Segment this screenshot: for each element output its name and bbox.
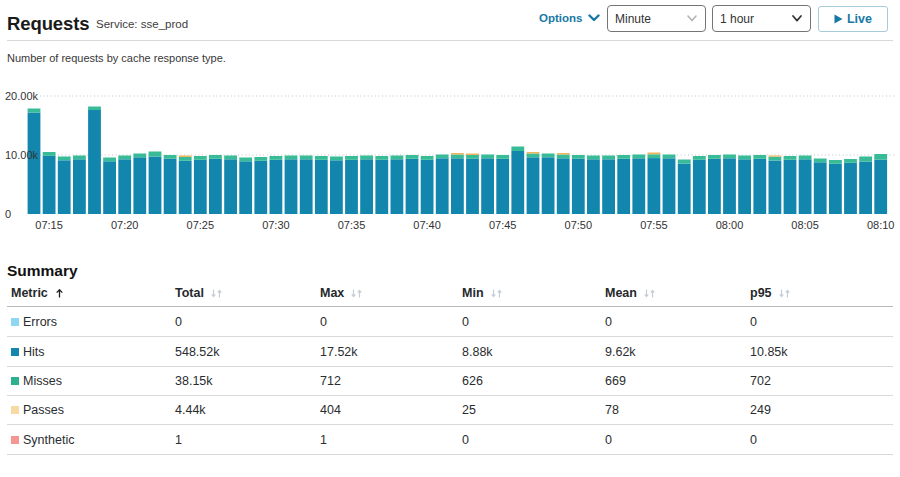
svg-text:20.00k: 20.00k	[5, 90, 39, 102]
svg-text:0: 0	[5, 208, 11, 220]
svg-text:07:35: 07:35	[338, 219, 366, 231]
svg-text:07:15: 07:15	[35, 219, 63, 231]
svg-text:07:40: 07:40	[413, 219, 441, 231]
svg-text:07:20: 07:20	[111, 219, 139, 231]
svg-text:08:00: 08:00	[716, 219, 744, 231]
svg-text:07:50: 07:50	[565, 219, 593, 231]
svg-text:08:05: 08:05	[791, 219, 819, 231]
svg-text:08:10: 08:10	[867, 219, 895, 231]
svg-text:07:45: 07:45	[489, 219, 517, 231]
svg-text:07:55: 07:55	[640, 219, 668, 231]
svg-text:10.00k: 10.00k	[5, 149, 39, 161]
svg-text:07:30: 07:30	[262, 219, 290, 231]
svg-text:07:25: 07:25	[187, 219, 215, 231]
